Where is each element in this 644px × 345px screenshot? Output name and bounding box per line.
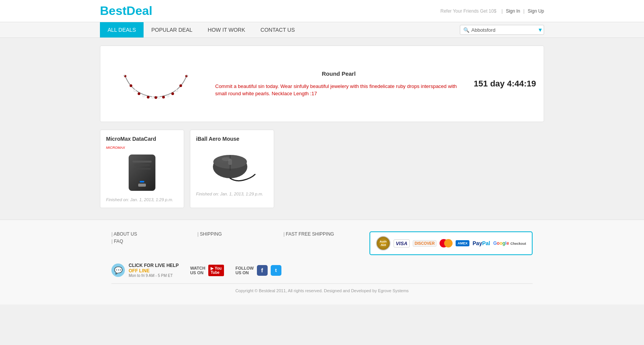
google-checkout-logo: Google Checkout bbox=[493, 241, 526, 246]
nav-item-all-deals[interactable]: ALL DEALS bbox=[100, 22, 144, 37]
svg-point-10 bbox=[167, 95, 169, 97]
header-links: Refer Your Friends Get 10$ | Sign In | S… bbox=[438, 8, 544, 14]
featured-title: Round Pearl bbox=[215, 70, 462, 77]
logo[interactable]: BestDeal bbox=[100, 4, 152, 18]
sign-up-link[interactable]: Sign Up bbox=[528, 8, 544, 14]
live-help-status: OFF LINE bbox=[129, 268, 179, 273]
svg-point-1 bbox=[130, 85, 132, 87]
footer-link-fast-shipping[interactable]: FAST FREE SHIPPING bbox=[283, 231, 362, 237]
svg-point-9 bbox=[162, 96, 165, 99]
featured-card: Round Pearl Commit a beautiful sin today… bbox=[100, 46, 544, 122]
product-card-mouse[interactable]: iBall Aero Mouse Fi bbox=[190, 130, 274, 208]
micromax-brand-label: MICROMAX bbox=[106, 146, 178, 150]
divider1: | bbox=[502, 8, 504, 14]
footer-link-about[interactable]: ABOUT US bbox=[111, 231, 190, 237]
watch-us-label: WATCHUS ON bbox=[190, 266, 206, 275]
product-name-mouse: iBall Aero Mouse bbox=[196, 136, 268, 142]
live-help-click-text: CLICK FOR LIVE HELP bbox=[129, 263, 179, 268]
live-help-info: CLICK FOR LIVE HELP OFF LINE Mon to fri … bbox=[129, 263, 179, 278]
discover-logo: DISCOVER bbox=[413, 240, 436, 247]
svg-point-12 bbox=[176, 90, 178, 92]
nav-item-contact-us[interactable]: CONTACT US bbox=[253, 22, 302, 37]
refer-text: Refer Your Friends Get 10$ bbox=[440, 8, 496, 14]
search-input[interactable] bbox=[471, 27, 536, 33]
follow-us-group: FOLLOWUS ON f t bbox=[235, 265, 281, 276]
product-card-micromax[interactable]: MicroMax DataCard MICROMAX Finished on: … bbox=[100, 130, 184, 208]
footer-bottom-row: 💬 CLICK FOR LIVE HELP OFF LINE Mon to fr… bbox=[111, 263, 533, 278]
chat-bubble-icon: 💬 bbox=[111, 264, 125, 277]
svg-point-2 bbox=[134, 90, 136, 92]
mastercard-logo bbox=[440, 239, 453, 247]
footer: ABOUT US FAQ SHIPPING FAST FREE SHIPPING… bbox=[0, 220, 644, 304]
youtube-button[interactable]: ▶ YouTube bbox=[208, 265, 224, 276]
search-box[interactable]: 🔍 ▼ bbox=[460, 25, 544, 35]
svg-point-7 bbox=[155, 96, 157, 99]
nav-item-how-it-work[interactable]: HOW IT WORK bbox=[200, 22, 253, 37]
necklace-image bbox=[118, 65, 194, 103]
amex-logo: AMEX bbox=[456, 240, 469, 246]
product-finished-micromax: Finished on: Jan. 1, 2013, 1:29 p.m. bbox=[106, 197, 178, 202]
footer-link-faq[interactable]: FAQ bbox=[111, 239, 190, 244]
chevron-down-icon[interactable]: ▼ bbox=[538, 27, 543, 33]
live-help-hours: Mon to fri 9 AM - 5 PM ET bbox=[129, 273, 179, 278]
header: BestDeal Refer Your Friends Get 10$ | Si… bbox=[0, 0, 644, 22]
navigation: ALL DEALS POPULAR DEAL HOW IT WORK CONTA… bbox=[0, 22, 644, 38]
svg-point-3 bbox=[138, 93, 141, 95]
footer-links-col2: SHIPPING bbox=[198, 231, 276, 239]
featured-timer: 151 day 4:44:19 bbox=[474, 79, 536, 89]
mouse-svg bbox=[201, 146, 263, 188]
datacard-image bbox=[106, 151, 178, 194]
follow-us-label: FOLLOWUS ON bbox=[235, 266, 254, 275]
product-name-micromax: MicroMax DataCard bbox=[106, 136, 178, 142]
svg-point-4 bbox=[142, 95, 145, 97]
watch-us-group: WATCHUS ON ▶ YouTube bbox=[190, 265, 224, 276]
product-finished-mouse: Finished on: Jan. 1, 2013, 1:29 p.m. bbox=[196, 192, 268, 196]
search-icon: 🔍 bbox=[463, 27, 469, 33]
svg-point-6 bbox=[152, 96, 154, 99]
nav-links: ALL DEALS POPULAR DEAL HOW IT WORK CONTA… bbox=[100, 22, 302, 37]
payment-box: Auth.Net VISA DISCOVER AMEX PayPal Googl… bbox=[369, 231, 533, 255]
main-content: Round Pearl Commit a beautiful sin today… bbox=[92, 46, 552, 208]
svg-point-11 bbox=[172, 93, 174, 95]
footer-copyright: Copyright © Bestdeal 2011, All rights re… bbox=[111, 283, 533, 293]
visa-logo: VISA bbox=[394, 239, 410, 247]
footer-content: ABOUT US FAQ SHIPPING FAST FREE SHIPPING… bbox=[111, 231, 533, 255]
paypal-logo: PayPal bbox=[472, 240, 490, 247]
footer-link-shipping[interactable]: SHIPPING bbox=[198, 231, 276, 237]
logo-deal: Deal bbox=[126, 4, 152, 18]
svg-point-22 bbox=[222, 157, 231, 161]
featured-description: Commit a beautiful sin today. Wear sinfu… bbox=[215, 83, 462, 98]
nav-item-popular-deal[interactable]: POPULAR DEAL bbox=[144, 22, 200, 37]
featured-info: Round Pearl Commit a beautiful sin today… bbox=[204, 70, 474, 98]
svg-point-8 bbox=[158, 96, 160, 99]
logo-best: Best bbox=[100, 4, 126, 18]
footer-links-col3: FAST FREE SHIPPING bbox=[283, 231, 362, 239]
mouse-image bbox=[196, 146, 268, 188]
divider2: | bbox=[523, 8, 526, 14]
footer-links-col1: ABOUT US FAQ bbox=[111, 231, 190, 246]
twitter-button[interactable]: t bbox=[271, 265, 281, 276]
featured-image bbox=[108, 65, 204, 103]
sign-in-link[interactable]: Sign In bbox=[506, 8, 520, 14]
live-help-box[interactable]: 💬 CLICK FOR LIVE HELP OFF LINE Mon to fr… bbox=[111, 263, 179, 278]
authorize-badge: Auth.Net bbox=[376, 236, 391, 251]
facebook-button[interactable]: f bbox=[257, 265, 268, 276]
svg-point-5 bbox=[147, 96, 150, 99]
product-grid: MicroMax DataCard MICROMAX Finished on: … bbox=[100, 130, 544, 208]
svg-point-13 bbox=[180, 85, 182, 87]
